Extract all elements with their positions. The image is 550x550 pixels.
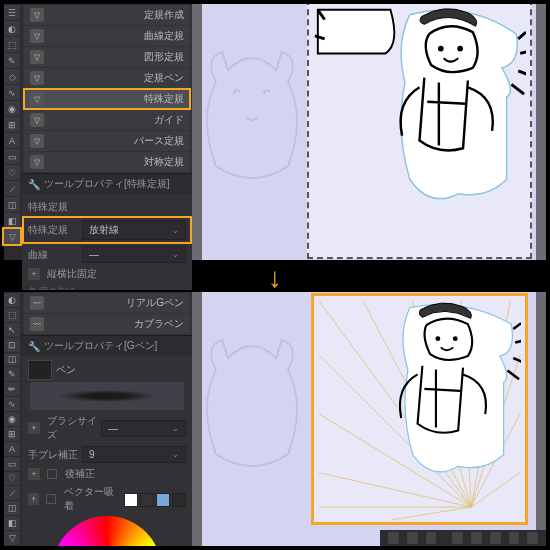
vector-snap-row[interactable]: + ベクター吸着 [28, 483, 186, 515]
canvas[interactable] [202, 4, 536, 260]
brush-size-value[interactable]: ―⌄ [101, 420, 186, 437]
wrench-icon: 🔧 [28, 341, 40, 352]
tool-button[interactable]: ⟋ [4, 181, 20, 196]
comic-frame [307, 4, 532, 259]
stabilize-value[interactable]: 9⌄ [82, 446, 186, 463]
chevron-down-icon[interactable]: ⌄ [172, 424, 179, 433]
subtool-label: カブラペン [134, 317, 184, 331]
tool-button[interactable]: ◧ [4, 516, 20, 530]
tool-button[interactable]: ◫ [4, 197, 20, 212]
tool-button[interactable]: A [4, 442, 20, 456]
checkbox[interactable] [47, 469, 57, 479]
color-swatch[interactable] [140, 493, 154, 507]
expand-icon[interactable]: + [28, 422, 40, 434]
tool-button[interactable]: ▽ [4, 531, 20, 545]
tool-button[interactable]: ◉ [4, 101, 20, 116]
character-lineart [318, 300, 521, 518]
color-swatch[interactable] [172, 493, 186, 507]
tool-button[interactable]: ◫ [4, 353, 20, 367]
tool-button[interactable]: ♡ [4, 165, 20, 180]
stabilize-row[interactable]: 手ブレ補正 9⌄ [28, 444, 186, 465]
subtool-item[interactable]: ▽定規作成 [24, 5, 190, 25]
tool-property-body: ペン + ブラシサイズ ―⌄ 手ブレ補正 9⌄ + 後補正 + ベクター吸着 [22, 356, 192, 519]
property-dropdown[interactable]: 放射線⌄ [82, 220, 186, 240]
view-icon[interactable] [452, 532, 463, 544]
color-swatch[interactable] [124, 493, 138, 507]
tool-button[interactable]: ▽ [4, 229, 20, 244]
aspect-lock-row[interactable]: + 縦横比固定 [28, 265, 186, 283]
expand-icon[interactable]: + [28, 468, 40, 480]
chevron-down-icon[interactable]: ⌄ [172, 450, 179, 459]
color-swatch[interactable] [156, 493, 170, 507]
subtool-item[interactable]: ▽特殊定規 [24, 89, 190, 109]
tool-button[interactable]: ∿ [4, 397, 20, 411]
post-correct-row[interactable]: + 後補正 [28, 465, 186, 483]
subtool-item[interactable]: ▽図形定規 [24, 47, 190, 67]
property-row[interactable]: 特殊定規放射線⌄ [24, 218, 190, 242]
nav-icon[interactable] [407, 532, 418, 544]
tool-button[interactable]: ◇ [4, 69, 20, 84]
pen-tab-label: ペン [56, 363, 76, 377]
tool-button[interactable]: ∿ [4, 85, 20, 100]
property-dropdown[interactable]: ―⌄ [82, 246, 186, 263]
tool-button[interactable]: ✎ [4, 367, 20, 381]
tool-button[interactable]: ◉ [4, 412, 20, 426]
wrench-icon: 🔧 [28, 179, 40, 190]
group-label: 特殊定規 [28, 198, 186, 216]
tool-button[interactable]: ▭ [4, 457, 20, 471]
subtool-item[interactable]: ▽ガイド [24, 110, 190, 130]
tool-button[interactable]: ↖ [4, 323, 20, 337]
chevron-down-icon[interactable]: ⌄ [172, 226, 179, 235]
expand-icon[interactable]: + [28, 268, 40, 280]
subtool-label: パース定規 [134, 134, 184, 148]
tool-button[interactable]: ⬚ [4, 37, 20, 52]
svg-point-15 [435, 336, 440, 341]
view-icon[interactable] [471, 532, 482, 544]
canvas-area[interactable] [192, 292, 546, 546]
subtool-item[interactable]: ▽パース定規 [24, 131, 190, 151]
tool-button[interactable]: A [4, 133, 20, 148]
tool-button[interactable]: ◫ [4, 501, 20, 515]
subtool-icon: ▽ [30, 71, 44, 85]
checkbox[interactable] [46, 494, 56, 504]
canvas[interactable] [202, 292, 536, 546]
property-row[interactable]: 曲線―⌄ [28, 244, 186, 265]
pen-tab[interactable] [28, 360, 52, 380]
bottom-panel: ◐⬚↖⊡◫✎✏∿◉⊞A▭♡⟋◫◧▽ 〰リアルGペン〰カブラペン 🔧 ツールプロパ… [2, 290, 548, 548]
nav-icon[interactable] [426, 532, 437, 544]
tool-button[interactable]: ♡ [4, 472, 20, 486]
tool-button[interactable]: ☰ [4, 5, 20, 20]
tool-button[interactable]: ⊞ [4, 117, 20, 132]
subtool-item[interactable]: 〰カブラペン [24, 314, 190, 334]
chevron-down-icon[interactable]: ⌄ [172, 250, 179, 259]
tool-button[interactable]: ▭ [4, 149, 20, 164]
main-toolbar: ☰◐⬚✎◇∿◉⊞A▭♡⟋◫◧▽ [4, 4, 22, 260]
tool-button[interactable]: ◧ [4, 213, 20, 228]
tool-button[interactable]: ⬚ [4, 308, 20, 322]
nav-icon[interactable] [388, 532, 399, 544]
view-icon[interactable] [490, 532, 501, 544]
canvas-area[interactable] [192, 4, 546, 260]
tool-button[interactable]: ⊞ [4, 427, 20, 441]
subtool-label: 定規ペン [144, 71, 184, 85]
subtool-item[interactable]: ▽定規ペン [24, 68, 190, 88]
brush-size-row[interactable]: + ブラシサイズ ―⌄ [28, 412, 186, 444]
color-wheel[interactable] [52, 516, 162, 546]
subtool-item[interactable]: ▽対称定規 [24, 152, 190, 172]
tool-button[interactable]: ⟋ [4, 486, 20, 500]
subtool-icon: 〰 [30, 296, 44, 310]
tool-button[interactable]: ✏ [4, 382, 20, 396]
tool-button[interactable]: ⊡ [4, 338, 20, 352]
subtool-icon: ▽ [30, 8, 44, 22]
expand-icon[interactable]: + [28, 493, 39, 505]
subtool-palette: ▽定規作成▽曲線定規▽図形定規▽定規ペン▽特殊定規▽ガイド▽パース定規▽対称定規… [22, 4, 192, 260]
tool-button[interactable]: ◐ [4, 21, 20, 36]
subtool-item[interactable]: 〰リアルGペン [24, 293, 190, 313]
tool-button[interactable]: ✎ [4, 53, 20, 68]
subtool-item[interactable]: ▽曲線定規 [24, 26, 190, 46]
view-icon[interactable] [527, 532, 538, 544]
tool-button[interactable]: ◐ [4, 293, 20, 307]
comic-frame-highlighted [312, 294, 527, 524]
view-icon[interactable] [509, 532, 520, 544]
subtool-icon: ▽ [30, 50, 44, 64]
